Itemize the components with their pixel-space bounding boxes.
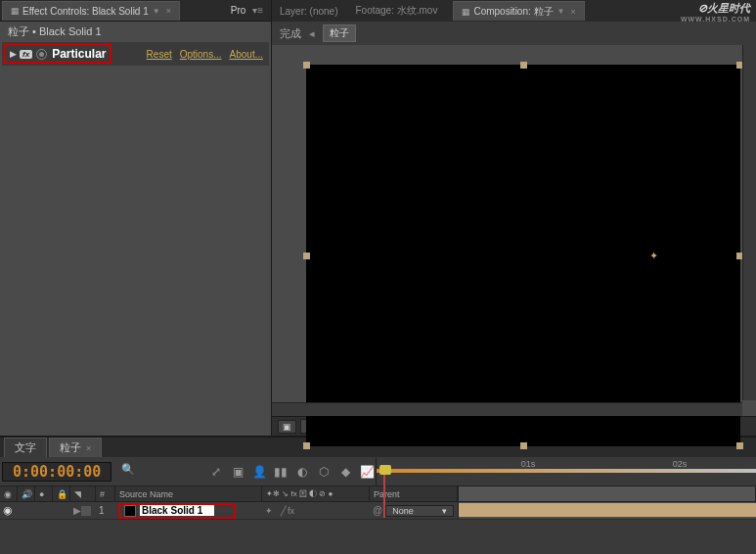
handle-ml[interactable] (303, 253, 310, 259)
comp-chip[interactable]: 粒子 (323, 24, 356, 42)
viewer-tabs: Layer: (none) Footage: 水纹.mov ▦ Composit… (272, 0, 756, 22)
effect-links: Reset Options... About... (141, 46, 269, 63)
composition-tab[interactable]: ▦ Composition: 粒子 ▼ × (453, 1, 584, 21)
effect-item: ▶ fx Particular Reset Options... About..… (2, 42, 269, 66)
visibility-toggle-icon[interactable]: ◉ (3, 504, 13, 517)
ruler-label: 02s (673, 459, 688, 469)
time-navigator[interactable] (377, 469, 756, 473)
shy-icon[interactable]: 👤 (250, 463, 268, 481)
options-link[interactable]: Options... (180, 49, 222, 60)
col-index[interactable]: # (96, 486, 115, 501)
breadcrumb: 粒子 • Black Solid 1 (0, 22, 271, 42)
playhead[interactable] (380, 457, 390, 486)
layer-track[interactable] (458, 502, 756, 519)
handle-tc[interactable] (520, 62, 527, 69)
complete-label: 完成 (280, 26, 301, 41)
tab-label: Effect Controls: Black Solid 1 (22, 6, 149, 17)
motion-blur-icon[interactable]: ◐ (293, 463, 311, 481)
chevron-left-icon[interactable]: ◂ (309, 27, 315, 40)
composition-canvas[interactable]: ✦ (306, 65, 740, 446)
dropdown-icon[interactable]: ▼ (557, 7, 565, 16)
pickwhip-icon[interactable]: @ (373, 505, 382, 516)
fx-badge-icon[interactable]: fx (20, 50, 32, 59)
effect-name-highlight[interactable]: ▶ fx Particular (4, 44, 111, 64)
timeline-tab-particles[interactable]: 粒子× (49, 438, 102, 457)
timeline-panel: 文字 粒子× 0:00:00:00 🔍 ⤢ ▣ 👤 ▮▮ ◐ ⬡ ◆ 📈 01s… (0, 436, 756, 551)
panel-tabs: ▦ Effect Controls: Black Solid 1 ▼ × Pro… (0, 0, 271, 22)
horizontal-scrollbar[interactable] (272, 402, 742, 416)
frame-blend-icon[interactable]: ▮▮ (272, 463, 289, 481)
col-solo[interactable]: ● (35, 486, 53, 501)
tab-dropdown-icon[interactable]: ▼ (153, 7, 160, 16)
layer-index: 1 (96, 502, 115, 519)
parent-dropdown[interactable]: None▾ (385, 505, 454, 517)
effect-about-icon[interactable] (36, 49, 47, 60)
column-headers: ◉ 🔊 ● 🔒 ◥ # Source Name ✦✻ ↘ fx 囯 ◐ ⊘ ● … (0, 486, 756, 502)
layer-name: Black Solid 1 (140, 505, 214, 516)
timeline-tab-text[interactable]: 文字 (4, 438, 47, 457)
timecode-display[interactable]: 0:00:00:00 (2, 462, 111, 482)
effect-controls-tab[interactable]: ▦ Effect Controls: Black Solid 1 ▼ × (2, 1, 180, 21)
camera-crosshair-icon: ✦ (649, 250, 658, 262)
layer-row[interactable]: ◉ ▶ 1 Black Solid 1 ✦ ╱ fx @ None▾ (0, 502, 756, 520)
footage-tab[interactable]: Footage: 水纹.mov (351, 4, 441, 18)
ruler-label: 01s (521, 459, 536, 469)
handle-bl[interactable] (303, 442, 310, 449)
panel-icon: ▦ (11, 6, 20, 16)
handle-bc[interactable] (520, 442, 527, 449)
brainstorm-icon[interactable]: ⬡ (315, 463, 333, 481)
layer-tab[interactable]: Layer: (none) (276, 6, 341, 17)
layer-duration-bar[interactable] (459, 503, 756, 517)
comp-mini-flowchart-icon[interactable]: ⤢ (207, 463, 225, 481)
effect-name-label: Particular (52, 47, 106, 61)
handle-tl[interactable] (303, 62, 310, 69)
viewer-subheader: 完成 ◂ 粒子 (272, 22, 756, 45)
col-track-area (458, 486, 756, 501)
search-icon[interactable]: 🔍 (121, 463, 139, 481)
col-switches[interactable]: ✦✻ ↘ fx 囯 ◐ ⊘ ● (262, 486, 370, 501)
col-lock[interactable]: 🔒 (53, 486, 70, 501)
panel-menu-icon[interactable]: ▾≡ (252, 5, 263, 16)
auto-keyframe-icon[interactable]: ◆ (336, 463, 354, 481)
close-icon[interactable]: × (86, 443, 91, 453)
disclosure-triangle-icon[interactable]: ▶ (10, 49, 17, 59)
vertical-scrollbar[interactable] (742, 45, 756, 400)
reset-link[interactable]: Reset (147, 49, 172, 60)
comp-icon: ▦ (462, 7, 470, 17)
col-audio[interactable]: 🔊 (18, 486, 35, 501)
graph-editor-icon[interactable]: 📈 (358, 463, 376, 481)
col-visibility[interactable]: ◉ (0, 486, 18, 501)
label-color[interactable] (81, 506, 91, 516)
project-tab[interactable]: Pro ▾≡ (223, 2, 271, 19)
always-preview-icon[interactable]: ▣ (278, 420, 296, 434)
effect-controls-panel: ▦ Effect Controls: Black Solid 1 ▼ × Pro… (0, 0, 272, 436)
about-link[interactable]: About... (230, 49, 263, 60)
layer-swatch (124, 505, 136, 517)
time-ruler[interactable]: 01s 02s (376, 457, 756, 486)
draft-3d-icon[interactable]: ▣ (229, 463, 246, 481)
composition-viewer[interactable]: ✦ (272, 45, 756, 416)
watermark-logo: ⊘火星时代 WWW.HXSD.COM (681, 1, 750, 23)
timeline-tools: ⤢ ▣ 👤 ▮▮ ◐ ⬡ ◆ 📈 (207, 463, 376, 481)
col-source-name[interactable]: Source Name (115, 486, 262, 501)
disclosure-icon[interactable]: ▶ (73, 505, 81, 516)
layer-name-highlight[interactable]: Black Solid 1 (118, 503, 236, 519)
timeline-header: 0:00:00:00 🔍 ⤢ ▣ 👤 ▮▮ ◐ ⬡ ◆ 📈 01s 02s (0, 457, 756, 486)
close-icon[interactable]: × (166, 6, 171, 16)
col-label[interactable]: ◥ (70, 486, 96, 501)
handle-br[interactable] (736, 442, 743, 449)
viewer-panel: Layer: (none) Footage: 水纹.mov ▦ Composit… (272, 0, 756, 436)
close-icon[interactable]: × (570, 7, 575, 17)
